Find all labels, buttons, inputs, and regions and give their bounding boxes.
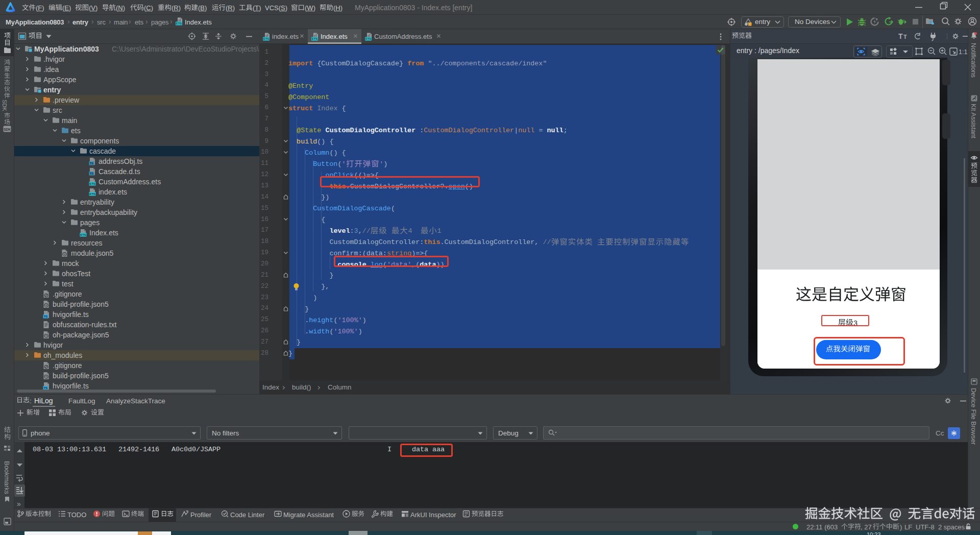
svg-text:ETS: ETS xyxy=(312,37,318,40)
svg-text:ETS: ETS xyxy=(263,37,270,40)
svg-text:1:1: 1:1 xyxy=(959,48,967,56)
svg-text:TS: TS xyxy=(90,162,94,165)
svg-text:TS: TS xyxy=(44,315,48,318)
svg-text:ETS: ETS xyxy=(365,37,372,40)
svg-text:TS: TS xyxy=(90,172,94,175)
svg-text:T: T xyxy=(903,34,907,40)
svg-text:T: T xyxy=(898,32,903,40)
svg-text:ETS: ETS xyxy=(89,192,95,196)
svg-text:ETS: ETS xyxy=(89,182,95,185)
svg-text:ETS: ETS xyxy=(80,233,86,236)
